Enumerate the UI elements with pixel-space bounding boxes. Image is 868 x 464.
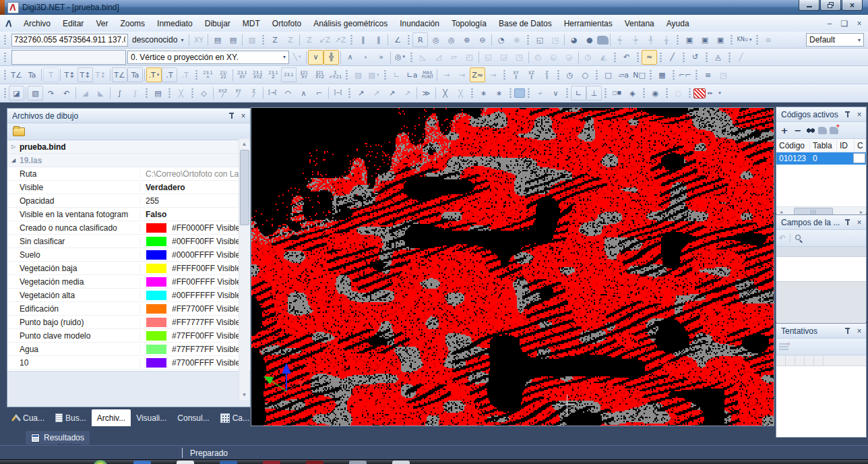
property-value[interactable]: #00FFFFFF Visible Grosor (172, 291, 241, 300)
toolbar-grip[interactable] (4, 34, 6, 45)
snap-near-icon[interactable]: › (358, 50, 373, 65)
redraw-icon[interactable]: R (412, 32, 428, 47)
color-swatch[interactable] (146, 291, 166, 300)
intersect-trim-icon[interactable]: ╳ (453, 86, 468, 100)
menu-ortofoto[interactable]: Ortofoto (266, 16, 307, 31)
axes-z-icon[interactable]: ⊥ (586, 86, 602, 100)
z-profile-icon[interactable]: Z≈ (470, 67, 485, 82)
toolbar-grip[interactable] (4, 69, 6, 80)
menu-ventana[interactable]: Ventana (619, 16, 660, 31)
scroll-up-icon[interactable]: ▲ (239, 139, 249, 149)
zoom-out-icon[interactable]: ⊖ (474, 32, 490, 47)
property-value[interactable]: #00FF00FF Visible Grosor (172, 237, 241, 246)
pan-view2-icon[interactable]: ◳ (547, 32, 563, 47)
edit-area3-icon[interactable]: ◶ (561, 50, 577, 65)
line-z-icon[interactable]: Z ╱ (246, 86, 261, 100)
view-cube2-icon[interactable]: ▣ (697, 32, 712, 47)
circle-icon[interactable]: ○ (578, 67, 593, 82)
cut-xy-icon[interactable]: ╳ (173, 86, 189, 100)
tab-capas[interactable]: Ca... (215, 409, 255, 426)
max-punt-icon[interactable]: MAX PUNT (420, 67, 435, 82)
edit-line3-icon[interactable]: ◳ (512, 50, 527, 65)
col-tabla[interactable]: Tabla (810, 139, 837, 152)
text-height-frame-icon[interactable]: T↕ (78, 67, 93, 82)
par-21-xyz-icon[interactable]: ∥21 XYZ (312, 67, 328, 82)
draw-code-dropdown[interactable]: 0. Vértice o proyección en XY. (127, 51, 289, 64)
mdi-close-button[interactable]: × (855, 19, 864, 28)
edit-area-icon[interactable]: ◴ (530, 50, 546, 65)
default-style-dropdown[interactable]: Default (806, 33, 864, 47)
curve-mode-icon[interactable]: ≈ (642, 50, 657, 65)
pan-hand-icon[interactable] (597, 36, 609, 45)
smooth-line2-icon[interactable]: → (454, 67, 470, 82)
tree-expander-icon[interactable]: ◢ (11, 157, 20, 163)
apply-add-code-icon[interactable] (830, 127, 838, 134)
app-icon[interactable] (7, 2, 19, 13)
toolbar-grip[interactable] (410, 52, 412, 63)
toolbar-grip[interactable] (4, 88, 6, 98)
taskbar-app-7[interactable] (392, 461, 410, 464)
dashed-circle-icon[interactable]: ◌ (671, 86, 686, 100)
z-coord-icon[interactable]: Z (267, 32, 282, 47)
toolbar-grip[interactable] (689, 88, 691, 98)
spline2-icon[interactable]: ∫ (127, 86, 143, 100)
xy-lock-icon[interactable]: XY (191, 32, 206, 47)
target-icon[interactable]: ◎ (392, 50, 408, 65)
property-value[interactable]: #FFFF00FF Visible Grosor (172, 264, 241, 273)
pan-down-icon[interactable]: ╁ (658, 32, 674, 47)
toolbar-grip[interactable] (262, 34, 264, 45)
overflow-down-icon[interactable]: ▾ (715, 86, 724, 100)
square-tool-icon[interactable]: □ (600, 67, 616, 82)
line-xy-icon[interactable]: XY ╱ (230, 86, 246, 100)
toolbar-grip[interactable] (566, 88, 568, 98)
spline-icon[interactable]: ∫ (112, 86, 127, 100)
corner-icon[interactable]: ⌐ (311, 86, 327, 100)
menu-herramientas[interactable]: Herramientas (558, 16, 619, 31)
code-edit-cell[interactable] (853, 153, 865, 163)
property-value[interactable]: #0000FFFF Visible Grosor (172, 250, 241, 260)
property-value[interactable]: Verdadero (146, 183, 185, 192)
toolbar-grip[interactable] (596, 69, 598, 80)
minimize-button[interactable] (799, 0, 819, 11)
smooth-line3-icon[interactable]: → (485, 67, 501, 82)
coord-frac-icon[interactable]: 21/ 22 (216, 67, 231, 82)
toolbar-grip[interactable] (509, 88, 512, 98)
double-chevron-icon[interactable]: ≫ (418, 86, 434, 100)
diamond-icon[interactable]: ◈ (625, 86, 640, 100)
property-value[interactable]: Falso (146, 210, 166, 219)
edit-vertex4-icon[interactable]: ◰ (462, 50, 477, 65)
rotate-2d-icon[interactable]: ↷ (43, 86, 59, 100)
toolbar-grip[interactable] (643, 88, 645, 98)
text-height-icon[interactable]: T↕ (62, 67, 78, 82)
toolbar-grip[interactable] (683, 52, 685, 63)
menu-dibujar[interactable]: Dibujar (199, 16, 237, 31)
toolbar-grip[interactable] (660, 52, 662, 63)
ruler-icon[interactable]: ▤ (210, 32, 225, 47)
blue-square-icon[interactable] (514, 88, 525, 98)
parallel-da2-icon[interactable]: ∥ (371, 32, 386, 47)
edit-vertex2-icon[interactable]: ◿ (431, 50, 446, 65)
color-swatch[interactable] (146, 318, 166, 327)
rotate-2d-alt-icon[interactable]: ↶ (59, 86, 74, 100)
toolbar-grip[interactable] (408, 34, 410, 45)
taskbar-app-6[interactable] (349, 461, 367, 464)
erase-element2-icon[interactable]: ◣ (93, 86, 108, 100)
start-orb[interactable] (93, 460, 108, 464)
toolbar-grip[interactable] (614, 52, 616, 63)
snap-end-icon[interactable]: » (373, 50, 389, 65)
property-value[interactable]: C:\Correo\Ortofoto con Las\1 (146, 169, 241, 179)
toolbar-grip[interactable] (673, 69, 675, 80)
text-aa-icon[interactable]: Ta (24, 67, 40, 82)
edit-line2-icon[interactable]: ◲ (496, 50, 512, 65)
check-icon[interactable]: ∨ (548, 86, 563, 100)
menu-inundacion[interactable]: Inundación (394, 16, 445, 31)
orient-triangle-icon[interactable]: ◬ (710, 50, 726, 65)
pan-left-icon[interactable]: ┽ (612, 32, 627, 47)
snap-vertex-icon[interactable]: ∧ (342, 50, 358, 65)
clear-tentatives-icon[interactable] (779, 343, 788, 350)
hatch-options-icon[interactable]: ▨ (366, 67, 381, 82)
tree-item-19-las[interactable]: ◢ 19.las (7, 154, 250, 167)
tree-expander-icon[interactable]: ▷ (11, 144, 20, 150)
parallel-da-icon[interactable]: ∥ (355, 32, 371, 47)
taskbar-app-4[interactable] (263, 461, 280, 464)
